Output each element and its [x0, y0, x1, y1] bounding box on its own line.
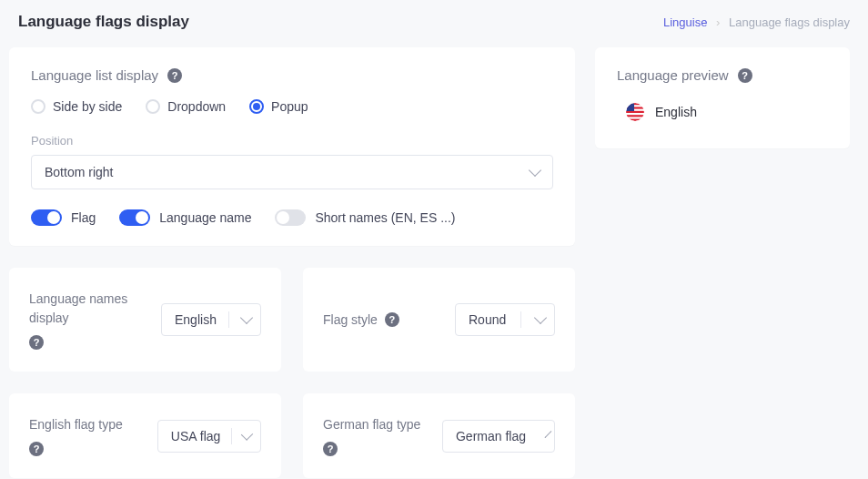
- radio-label: Popup: [271, 99, 308, 114]
- select-value: Bottom right: [45, 165, 113, 179]
- display-mode-radios: Side by side Dropdown Popup: [31, 99, 553, 114]
- radio-side-by-side[interactable]: Side by side: [31, 99, 122, 114]
- english-flag-label: English flag type: [29, 415, 123, 434]
- names-display-label: Language names display: [29, 290, 146, 328]
- flag-style-label: Flag style: [323, 311, 378, 330]
- german-flag-select[interactable]: German flag: [442, 420, 555, 453]
- select-value: English: [175, 312, 217, 327]
- flag-style-card: Flag style ? Round: [303, 268, 575, 372]
- help-icon[interactable]: ?: [167, 68, 182, 83]
- svg-rect-7: [626, 103, 634, 111]
- toggle-language-name[interactable]: [119, 209, 150, 226]
- toggle-label: Short names (EN, ES ...): [315, 210, 455, 225]
- preview-title: Language preview: [617, 67, 729, 83]
- usa-flag-icon: [626, 103, 644, 121]
- help-icon[interactable]: ?: [29, 335, 44, 350]
- radio-icon: [249, 99, 264, 114]
- help-icon[interactable]: ?: [323, 442, 338, 456]
- radio-icon: [31, 99, 45, 114]
- help-icon[interactable]: ?: [29, 442, 44, 456]
- radio-popup[interactable]: Popup: [249, 99, 308, 114]
- breadcrumb-current: Language flags display: [729, 15, 850, 29]
- chevron-down-icon: [240, 311, 253, 324]
- list-display-title: Language list display: [31, 67, 158, 83]
- select-value: USA flag: [171, 429, 220, 443]
- select-value: German flag: [456, 429, 526, 443]
- radio-label: Side by side: [53, 99, 122, 114]
- chevron-down-icon: [545, 431, 552, 438]
- breadcrumb-root[interactable]: Linguise: [663, 15, 707, 29]
- flag-style-select[interactable]: Round: [455, 303, 555, 336]
- chevron-down-icon: [241, 428, 253, 440]
- english-flag-select[interactable]: USA flag: [157, 420, 261, 453]
- preview-item[interactable]: English: [617, 96, 828, 123]
- toggle-label: Language name: [159, 210, 251, 225]
- chevron-down-icon: [534, 311, 547, 324]
- help-icon[interactable]: ?: [738, 68, 752, 83]
- divider: [231, 428, 232, 444]
- radio-label: Dropdown: [167, 99, 226, 114]
- radio-icon: [146, 99, 160, 114]
- german-flag-label: German flag type: [323, 415, 420, 434]
- toggle-label: Flag: [71, 210, 96, 225]
- radio-dropdown[interactable]: Dropdown: [146, 99, 226, 114]
- svg-rect-4: [626, 111, 644, 113]
- svg-rect-2: [626, 103, 644, 105]
- breadcrumb-separator: ›: [716, 15, 720, 29]
- chevron-down-icon: [529, 164, 541, 177]
- names-display-select[interactable]: English: [161, 303, 261, 336]
- divider: [520, 311, 521, 328]
- names-display-card: Language names display ? English: [9, 268, 281, 372]
- select-value: Round: [469, 312, 506, 327]
- german-flag-card: German flag type ? German flag: [303, 393, 575, 478]
- position-select[interactable]: Bottom right: [31, 155, 553, 189]
- preview-item-label: English: [655, 105, 697, 119]
- help-icon[interactable]: ?: [385, 312, 399, 327]
- divider: [228, 311, 229, 328]
- toggle-flag[interactable]: [31, 209, 62, 226]
- list-display-card: Language list display ? Side by side Dro…: [9, 47, 575, 246]
- svg-rect-6: [626, 119, 644, 121]
- toggle-short-names[interactable]: [275, 209, 306, 226]
- position-label: Position: [31, 134, 553, 148]
- page-title: Language flags display: [18, 13, 189, 31]
- breadcrumb: Linguise › Language flags display: [663, 15, 850, 29]
- svg-rect-5: [626, 115, 644, 117]
- english-flag-card: English flag type ? USA flag: [9, 393, 281, 478]
- preview-card: Language preview ?: [595, 47, 850, 148]
